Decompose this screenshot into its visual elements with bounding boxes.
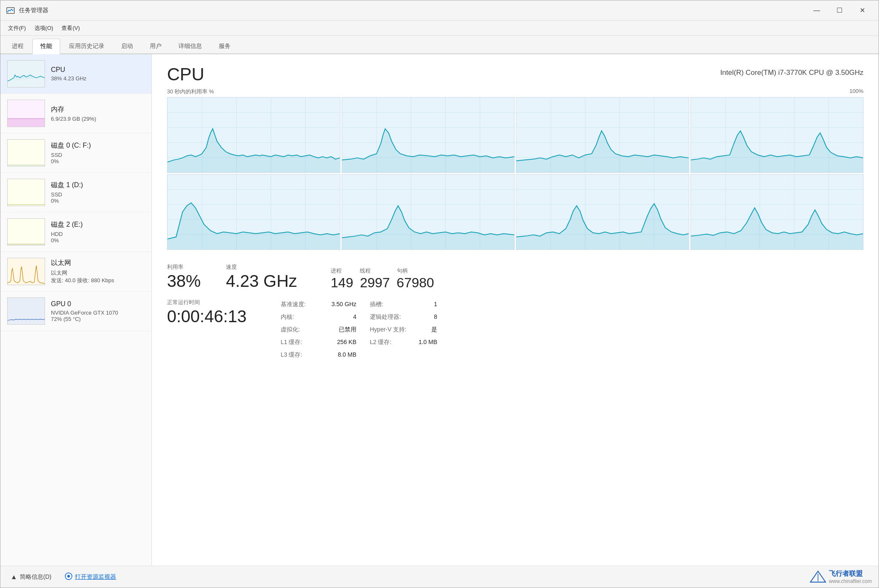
- uptime-label: 正常运行时间: [167, 299, 264, 306]
- svg-rect-11: [8, 298, 45, 325]
- tab-users[interactable]: 用户: [142, 39, 170, 53]
- disk2-info: 磁盘 2 (E:) HDD 0%: [51, 220, 145, 244]
- disk2-thumbnail: [7, 218, 45, 246]
- detail-base-speed: 基准速度: 3.50 GHz: [281, 299, 356, 310]
- cpu-charts-grid: [167, 97, 863, 250]
- tab-services[interactable]: 服务: [211, 39, 239, 53]
- sidebar-item-ethernet[interactable]: 以太网 以太网 发送: 40.0 接收: 880 Kbps: [0, 252, 151, 291]
- detail-l2: L2 缓存: 1.0 MB: [370, 336, 437, 348]
- detail-l1: L1 缓存: 256 KB: [281, 336, 356, 348]
- menu-view[interactable]: 查看(V): [57, 23, 84, 34]
- window: 任务管理器 — ☐ ✕ 文件(F) 选项(O) 查看(V) 进程 性能 应用历史…: [0, 0, 879, 588]
- main-header: CPU Intel(R) Core(TM) i7-3770K CPU @ 3.5…: [167, 64, 863, 85]
- gpu-thumbnail: [7, 297, 45, 325]
- memory-thumbnail: [7, 100, 45, 127]
- menu-file[interactable]: 文件(F): [4, 23, 30, 34]
- disk0-type: SSD: [51, 152, 145, 158]
- sidebar: CPU 38% 4.23 GHz 内存 6.9/23.9 GB (29%): [0, 54, 152, 566]
- processes-value: 149: [331, 275, 353, 290]
- detail-slots: 插槽: 1: [370, 299, 437, 310]
- brand-url: www.chinaflier.com: [829, 578, 872, 584]
- monitor-icon: [65, 572, 72, 581]
- memory-stats: 6.9/23.9 GB (29%): [51, 116, 145, 122]
- threads-value: 2997: [360, 275, 390, 290]
- svg-point-77: [67, 575, 70, 577]
- sidebar-item-cpu[interactable]: CPU 38% 4.23 GHz: [0, 54, 151, 94]
- ethernet-stats: 发送: 40.0 接收: 880 Kbps: [51, 277, 145, 284]
- resource-monitor-label: 打开资源监视器: [75, 573, 116, 581]
- detail-cores: 内核: 4: [281, 311, 356, 323]
- brand-text: 飞行者联盟 www.chinaflier.com: [829, 569, 872, 584]
- speed-label: 速度: [226, 263, 297, 271]
- disk1-label: 磁盘 1 (D:): [51, 181, 145, 190]
- disk0-usage: 0%: [51, 158, 145, 164]
- cpu-chart-5: [167, 174, 340, 250]
- gpu-label: GPU 0: [51, 300, 145, 308]
- window-title: 任务管理器: [19, 7, 805, 14]
- ethernet-thumbnail: [7, 258, 45, 285]
- cpu-chart-6: [342, 174, 515, 250]
- gpu-stats: 72% (55 °C): [51, 316, 145, 322]
- threads-label: 线程: [360, 267, 390, 275]
- menu-options[interactable]: 选项(O): [30, 23, 58, 34]
- detail-hyperv: Hyper-V 支持: 是: [370, 324, 437, 336]
- content-area: CPU 38% 4.23 GHz 内存 6.9/23.9 GB (29%): [0, 54, 879, 566]
- disk2-type: HDD: [51, 231, 145, 237]
- utilization-label: 利用率: [167, 263, 201, 271]
- svg-rect-8: [8, 219, 45, 246]
- cpu-chart-2: [342, 97, 515, 173]
- sidebar-item-disk2[interactable]: 磁盘 2 (E:) HDD 0%: [0, 212, 151, 252]
- detail-logical-processors: 逻辑处理器: 8: [370, 311, 437, 323]
- main-panel: CPU Intel(R) Core(TM) i7-3770K CPU @ 3.5…: [152, 54, 879, 566]
- cpu-thumbnail: [7, 60, 45, 87]
- menubar: 文件(F) 选项(O) 查看(V): [0, 21, 879, 36]
- disk2-label: 磁盘 2 (E:): [51, 220, 145, 229]
- cpu-stats: 38% 4.23 GHz: [51, 75, 145, 82]
- disk0-label: 磁盘 0 (C: F:): [51, 141, 145, 150]
- cpu-chart-1: [167, 97, 340, 173]
- tab-details[interactable]: 详细信息: [170, 39, 210, 53]
- utilization-value: 38%: [167, 272, 201, 290]
- memory-label: 内存: [51, 105, 145, 114]
- handles-label: 句柄: [397, 267, 434, 275]
- ethernet-info: 以太网 以太网 发送: 40.0 接收: 880 Kbps: [51, 259, 145, 284]
- cpu-label: CPU: [51, 66, 145, 74]
- svg-rect-2: [8, 119, 45, 127]
- main-title: CPU: [167, 64, 204, 85]
- disk1-usage: 0%: [51, 198, 145, 204]
- cpu-name: Intel(R) Core(TM) i7-3770K CPU @ 3.50GHz: [720, 69, 863, 77]
- cpu-chart-3: [516, 97, 689, 173]
- disk1-thumbnail: [7, 179, 45, 206]
- titlebar: 任务管理器 — ☐ ✕: [0, 0, 879, 21]
- cpu-chart-8: [690, 174, 864, 250]
- disk0-info: 磁盘 0 (C: F:) SSD 0%: [51, 141, 145, 164]
- tab-app-history[interactable]: 应用历史记录: [61, 39, 112, 53]
- details-grid: 基准速度: 3.50 GHz 插槽: 1 内核: 4 逻辑处理器: 8: [281, 299, 437, 361]
- memory-info: 内存 6.9/23.9 GB (29%): [51, 105, 145, 122]
- bottombar: ▲ 简略信息(D) 打开资源监视器 飞行者联盟 www.chinaflier.c…: [0, 566, 879, 588]
- tabbar: 进程 性能 应用历史记录 启动 用户 详细信息 服务: [0, 36, 879, 54]
- close-button[interactable]: ✕: [851, 3, 874, 18]
- tab-startup[interactable]: 启动: [113, 39, 141, 53]
- ethernet-label: 以太网: [51, 259, 145, 268]
- svg-rect-6: [8, 179, 45, 206]
- chart-label-left: 30 秒内的利用率 %: [167, 88, 214, 95]
- cpu-chart-7: [516, 174, 689, 250]
- collapse-button[interactable]: ▲ 简略信息(D): [7, 572, 55, 583]
- chart-label-row: 30 秒内的利用率 % 100%: [167, 88, 863, 95]
- minimize-button[interactable]: —: [805, 3, 828, 18]
- brand-area: 飞行者联盟 www.chinaflier.com: [810, 569, 872, 584]
- tab-performance[interactable]: 性能: [32, 39, 60, 54]
- uptime-value: 0:00:46:13: [167, 307, 264, 326]
- maximize-button[interactable]: ☐: [828, 3, 851, 18]
- sidebar-item-disk1[interactable]: 磁盘 1 (D:) SSD 0%: [0, 173, 151, 212]
- collapse-icon: ▲: [11, 573, 17, 581]
- tab-process[interactable]: 进程: [4, 39, 32, 53]
- handles-value: 67980: [397, 275, 434, 290]
- sidebar-item-gpu[interactable]: GPU 0 NVIDIA GeForce GTX 1070 72% (55 °C…: [0, 291, 151, 331]
- sidebar-item-disk0[interactable]: 磁盘 0 (C: F:) SSD 0%: [0, 133, 151, 173]
- sidebar-item-memory[interactable]: 内存 6.9/23.9 GB (29%): [0, 94, 151, 133]
- disk0-thumbnail: [7, 139, 45, 167]
- resource-monitor-link[interactable]: 打开资源监视器: [65, 572, 116, 581]
- processes-label: 进程: [331, 267, 353, 275]
